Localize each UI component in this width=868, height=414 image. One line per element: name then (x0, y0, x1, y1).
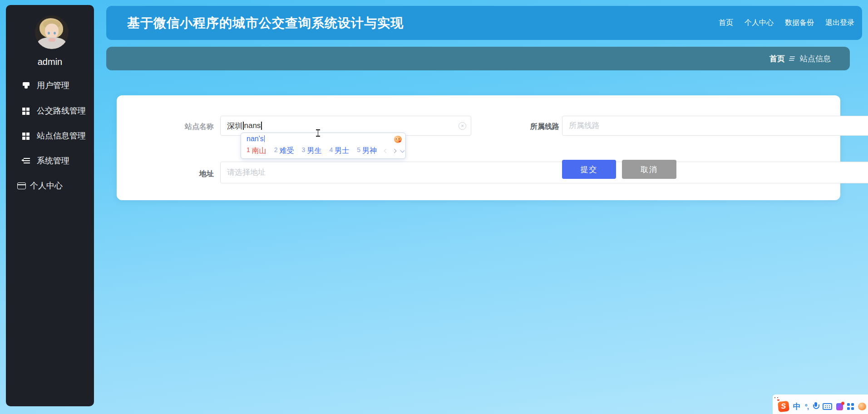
punctuation-mode-icon[interactable]: °, (805, 403, 809, 410)
header: 基于微信小程序的城市公交查询系统设计与实现 首页 个人中心 数据备份 退出登录 (106, 6, 862, 40)
prev-page-icon[interactable] (384, 149, 389, 153)
ime-candidate-4[interactable]: 4男士 (329, 146, 349, 156)
chinese-mode-icon[interactable]: 中 (793, 401, 801, 412)
nav-link-data-backup[interactable]: 数据备份 (785, 18, 814, 28)
sidebar-item-personal-center[interactable]: 个人中心 (17, 180, 63, 192)
nav-link-logout[interactable]: 退出登录 (825, 18, 854, 28)
composition-start-caret (243, 122, 244, 130)
breadcrumb-separator-icon (789, 56, 795, 61)
window-icon (17, 182, 26, 189)
keyboard-icon[interactable] (823, 403, 832, 410)
ime-emoji-icon[interactable] (394, 136, 402, 143)
sidebar-item-label: 个人中心 (30, 180, 63, 191)
skin-icon[interactable] (836, 403, 843, 410)
sidebar-item-station-info-management[interactable]: 站点信息管理 (22, 130, 86, 142)
station-name-label: 站点名称 (171, 122, 214, 132)
clear-input-icon[interactable]: × (459, 122, 466, 130)
stamp-icon (22, 82, 30, 89)
page: { "app": { "title": "基于微信小程序的城市公交查询系统设计与… (0, 0, 868, 414)
sidebar-item-label: 用户管理 (37, 80, 69, 91)
nav-link-personal-center[interactable]: 个人中心 (745, 18, 774, 28)
grid-icon (22, 132, 30, 140)
list-arrow-icon (22, 157, 30, 165)
page-title: 基于微信小程序的城市公交查询系统设计与实现 (127, 15, 404, 32)
cancel-button[interactable]: 取消 (622, 160, 676, 179)
ime-candidate-popup: nan's 1南山 2难受 3男生 4男士 5男神 (241, 133, 406, 159)
address-input[interactable] (220, 162, 868, 183)
text-caret (261, 122, 262, 130)
sogou-logo-icon[interactable]: S (778, 401, 789, 412)
submit-button[interactable]: 提交 (562, 160, 616, 179)
breadcrumb-current: 站点信息 (800, 54, 831, 64)
sidebar-item-label: 公交路线管理 (37, 105, 86, 116)
line-label: 所属线路 (516, 122, 559, 132)
ibeam-cursor (316, 129, 320, 137)
sidebar-item-user-management[interactable]: 用户管理 (22, 79, 69, 91)
station-form-card: 站点名称 深圳nans × 所属线路 地址 提交 取消 (117, 95, 840, 200)
ime-composition: nan's (247, 135, 265, 143)
next-page-icon[interactable] (392, 149, 397, 153)
breadcrumb-home[interactable]: 首页 (769, 54, 785, 64)
sidebar-item-label: 站点信息管理 (37, 130, 86, 141)
toolbox-grid-icon[interactable] (847, 403, 854, 410)
ime-paging (385, 149, 404, 153)
ime-candidate-3[interactable]: 3男生 (302, 146, 322, 156)
sidebar-item-label: 系统管理 (37, 155, 69, 166)
line-input[interactable] (562, 116, 868, 136)
ime-candidate-1[interactable]: 1南山 (247, 146, 266, 156)
sidebar-item-system-management[interactable]: 系统管理 (22, 155, 69, 167)
grid-icon (22, 107, 30, 115)
avatar (35, 15, 69, 49)
ime-caret (264, 135, 265, 142)
station-name-value: 深圳 (227, 121, 242, 131)
ime-candidates: 1南山 2难受 3男生 4男士 5男神 (247, 146, 402, 156)
sidebar-item-bus-route-management[interactable]: 公交路线管理 (22, 105, 86, 117)
expand-icon[interactable] (400, 148, 405, 153)
sidebar: admin 用户管理 公交路线管理 站点信息管理 系统管理 个人中心 (6, 5, 94, 406)
emoji-icon[interactable] (858, 403, 866, 410)
ime-candidate-5[interactable]: 5男神 (357, 146, 377, 156)
microphone-icon[interactable] (813, 402, 819, 411)
ime-toolbar: S 中 °, (773, 394, 868, 414)
station-name-composition: nans (244, 121, 261, 130)
nav-link-home[interactable]: 首页 (719, 18, 733, 28)
address-label: 地址 (171, 169, 214, 179)
username: admin (6, 57, 94, 67)
top-nav: 首页 个人中心 数据备份 退出登录 (719, 18, 854, 28)
breadcrumb: 首页 站点信息 (106, 47, 850, 70)
ime-candidate-2[interactable]: 2难受 (274, 146, 294, 156)
